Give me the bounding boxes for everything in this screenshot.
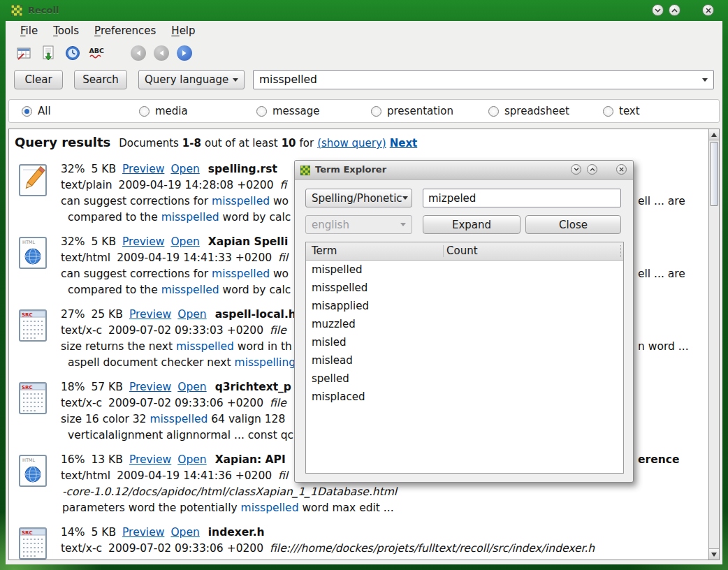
open-link[interactable]: Open [177, 453, 206, 466]
expand-button[interactable]: Expand [423, 215, 520, 234]
query-input[interactable] [259, 73, 702, 86]
filter-radio-media[interactable]: media [139, 105, 188, 117]
shade-button[interactable] [652, 4, 664, 16]
header-separator [620, 245, 621, 257]
open-link[interactable]: Open [170, 163, 199, 175]
result-title: indexer.h [208, 526, 265, 539]
abstract-text: word by calc [219, 211, 291, 224]
search-row: Clear Search Query language [6, 70, 722, 92]
term-input-box[interactable] [423, 189, 621, 207]
preview-link[interactable]: Preview [122, 163, 164, 175]
chevron-down-icon[interactable] [702, 78, 708, 82]
abstract-text: compared to the [68, 211, 161, 224]
doc-url: file:///home/dockes/projets/fulltext/rec… [270, 542, 595, 555]
filter-radio-spreadsheet[interactable]: spreadsheet [488, 105, 569, 117]
filter-radio-presentation[interactable]: presentation [371, 105, 453, 117]
abstract-text: wo [270, 268, 289, 280]
doc-date: 2009-04-19 14:41:33 +0200 [117, 251, 272, 264]
term-row[interactable]: misled [306, 333, 623, 351]
dialog-shade-button[interactable] [571, 164, 581, 175]
abstract-fragment: n word ... [638, 339, 689, 355]
result-title: Xapian Spelli [208, 235, 288, 248]
language-select: english [305, 215, 412, 234]
abstract-text: word by calc [219, 284, 291, 296]
column-header-count[interactable]: Count [446, 244, 478, 257]
abstract-text: word in th [234, 340, 292, 353]
menu-tools[interactable]: Tools [45, 22, 87, 39]
menu-bar: File Tools Preferences Help [6, 21, 722, 41]
highlighted-term: misspelled [212, 195, 270, 207]
open-link[interactable]: Open [170, 526, 199, 539]
show-query-link[interactable]: (show query) [317, 137, 386, 149]
result-row: SRC 14%5 KBPreviewOpenindexer.h text/x-c… [9, 525, 708, 560]
abstract-text: 64 valign 128 [208, 413, 285, 425]
preview-link[interactable]: Preview [129, 381, 171, 393]
page-prev-icon[interactable] [154, 45, 169, 61]
history-icon[interactable] [64, 45, 81, 61]
radio-icon [139, 106, 150, 117]
filter-radio-text[interactable]: text [603, 105, 640, 117]
preview-link[interactable]: Preview [129, 453, 171, 466]
open-link[interactable]: Open [177, 308, 206, 321]
titlebar[interactable]: Recoll [6, 2, 722, 20]
term-row[interactable]: misspelled [306, 279, 623, 297]
svg-text:SRC: SRC [22, 530, 33, 536]
term-row[interactable]: muzzled [306, 315, 623, 333]
clear-search-icon[interactable] [15, 45, 32, 61]
page-next-icon[interactable] [177, 45, 192, 61]
clear-button[interactable]: Clear [14, 70, 63, 89]
open-link[interactable]: Open [177, 381, 206, 393]
svg-text:ABC: ABC [89, 47, 105, 54]
close-dialog-button[interactable]: Close [525, 215, 621, 234]
results-summary: Documents1-8out of at least10for(show qu… [119, 137, 421, 149]
preview-link[interactable]: Preview [129, 308, 171, 321]
title-fragment: erence [638, 452, 679, 468]
page-first-icon[interactable] [131, 45, 146, 61]
file-size: 5 KB [91, 163, 116, 175]
highlighted-term: misspelling [235, 356, 296, 369]
search-button[interactable]: Search [74, 70, 127, 89]
menu-help[interactable]: Help [163, 22, 203, 39]
save-search-icon[interactable] [40, 45, 57, 61]
term-row[interactable]: mispelled [306, 261, 623, 279]
term-input[interactable] [428, 192, 616, 205]
term-row[interactable]: mislead [306, 351, 623, 370]
radio-icon [256, 106, 267, 117]
window-frame: Recoll File Tools Preferences Help [0, 0, 728, 570]
scroll-up-button[interactable] [709, 129, 719, 140]
preview-link[interactable]: Preview [122, 235, 164, 248]
mime-type: text/x-c [61, 542, 102, 555]
results-scrollbar[interactable] [708, 129, 719, 560]
term-row[interactable]: misplaced [306, 388, 623, 406]
dialog-close-button[interactable] [616, 164, 627, 175]
column-header-term[interactable]: Term [312, 244, 337, 257]
abstract-text: can suggest corrections for [61, 268, 212, 280]
expansion-mode-select[interactable]: Spelling/Phonetic [305, 189, 412, 207]
dialog-titlebar[interactable]: Term Explorer [295, 161, 633, 180]
scroll-down-button[interactable] [709, 548, 719, 560]
rollup-button[interactable] [669, 4, 680, 16]
relevance-percent: 27% [61, 308, 85, 321]
menu-preferences[interactable]: Preferences [87, 22, 163, 39]
term-row[interactable]: misapplied [306, 297, 623, 315]
close-button[interactable] [702, 4, 714, 16]
filter-radio-message[interactable]: message [256, 105, 319, 117]
query-combobox[interactable] [253, 70, 714, 89]
dialog-rollup-button[interactable] [587, 164, 597, 175]
open-link[interactable]: Open [170, 235, 199, 248]
filter-radio-all[interactable]: All [22, 105, 51, 117]
query-mode-select[interactable]: Query language [138, 70, 245, 89]
relevance-percent: 18% [61, 381, 85, 393]
preview-link[interactable]: Preview [122, 526, 164, 539]
term-table: Term Count mispelled misspelled misappli… [305, 242, 624, 474]
term-row[interactable]: spelled [306, 370, 623, 388]
term-table-header[interactable]: Term Count [306, 242, 623, 261]
spellcheck-icon[interactable]: ABC [89, 45, 105, 61]
svg-text:SRC: SRC [22, 312, 33, 318]
abstract-text: compared to the [68, 284, 161, 296]
next-page-link[interactable]: Next [390, 137, 418, 149]
menu-file[interactable]: File [13, 22, 45, 39]
doc-total: 10 [282, 137, 296, 149]
doc-date: 2009-04-19 14:28:08 +0200 [119, 179, 274, 191]
scrollbar-thumb[interactable] [710, 142, 718, 206]
